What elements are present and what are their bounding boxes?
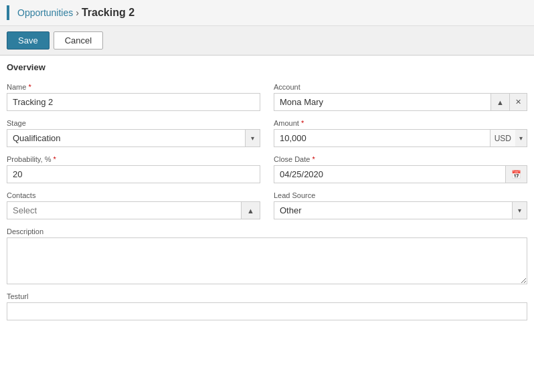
breadcrumb-parent-link[interactable]: Opportunities <box>17 7 73 18</box>
calendar-button[interactable]: 📅 <box>506 165 527 183</box>
stage-dropdown-button[interactable]: ▾ <box>246 129 260 147</box>
cancel-button[interactable]: Cancel <box>54 31 103 50</box>
calendar-icon: 📅 <box>511 170 521 179</box>
breadcrumb-current: Tracking 2 <box>82 7 135 19</box>
contacts-wrapper: ▲ <box>7 201 260 219</box>
stage-select[interactable]: Qualification Proposal Negotiation Close… <box>7 129 246 147</box>
contacts-field: Contacts ▲ <box>7 191 260 219</box>
form-grid: Name * Account ▲ ✕ Stage Qualificatio <box>7 83 527 320</box>
account-field: Account ▲ ✕ <box>274 83 527 111</box>
stage-label: Stage <box>7 119 260 127</box>
testurl-input[interactable] <box>7 302 527 320</box>
stage-field: Stage Qualification Proposal Negotiation… <box>7 119 260 147</box>
probability-field: Probability, % * <box>7 155 260 183</box>
probability-label: Probability, % * <box>7 155 260 163</box>
toolbar: Save Cancel <box>0 26 534 56</box>
account-input[interactable] <box>274 93 491 111</box>
name-label: Name * <box>7 83 260 91</box>
lead-source-select[interactable]: Other Web Email Phone Trade Show Employe… <box>274 201 513 219</box>
description-label: Description <box>7 227 527 235</box>
chevron-up-icon: ▲ <box>247 207 254 215</box>
amount-field: Amount * USD ▾ <box>274 119 527 147</box>
close-date-input[interactable] <box>274 165 506 183</box>
breadcrumb: Opportunities › Tracking 2 <box>0 0 534 26</box>
lead-source-dropdown-button[interactable]: ▾ <box>513 201 527 219</box>
close-icon: ✕ <box>515 98 521 106</box>
close-date-field: Close Date * 📅 <box>274 155 527 183</box>
name-field: Name * <box>7 83 260 111</box>
lead-source-field: Lead Source Other Web Email Phone Trade … <box>274 191 527 219</box>
account-wrapper: ▲ ✕ <box>274 93 527 111</box>
chevron-down-icon: ▾ <box>251 134 254 142</box>
contacts-up-button[interactable]: ▲ <box>242 201 260 219</box>
lead-source-label: Lead Source <box>274 191 527 199</box>
save-button[interactable]: Save <box>7 31 50 50</box>
lead-source-select-wrapper: Other Web Email Phone Trade Show Employe… <box>274 201 527 219</box>
amount-input[interactable] <box>274 129 491 147</box>
currency-label: USD <box>491 129 515 147</box>
account-clear-button[interactable]: ✕ <box>510 93 527 111</box>
chevron-down-icon: ▾ <box>518 207 521 214</box>
testurl-field: Testurl <box>7 292 527 320</box>
chevron-down-icon: ▾ <box>519 134 523 142</box>
probability-input[interactable] <box>7 165 260 183</box>
close-date-label: Close Date * <box>274 155 527 163</box>
testurl-label: Testurl <box>7 292 527 300</box>
amount-wrapper: USD ▾ <box>274 129 527 147</box>
account-up-button[interactable]: ▲ <box>491 93 510 111</box>
breadcrumb-separator: › <box>76 7 79 18</box>
contacts-label: Contacts <box>7 191 260 199</box>
overview-section-title: Overview <box>7 62 527 75</box>
amount-label: Amount * <box>274 119 527 127</box>
content-area: Overview Name * Account ▲ ✕ Stage <box>0 56 534 334</box>
account-label: Account <box>274 83 527 91</box>
contacts-input[interactable] <box>7 201 242 219</box>
chevron-up-icon: ▲ <box>497 98 504 106</box>
currency-dropdown-button[interactable]: ▾ <box>515 129 527 147</box>
name-input[interactable] <box>7 93 260 111</box>
description-field: Description <box>7 227 527 284</box>
stage-select-wrapper: Qualification Proposal Negotiation Close… <box>7 129 260 147</box>
date-wrapper: 📅 <box>274 165 527 183</box>
description-textarea[interactable] <box>7 237 527 284</box>
